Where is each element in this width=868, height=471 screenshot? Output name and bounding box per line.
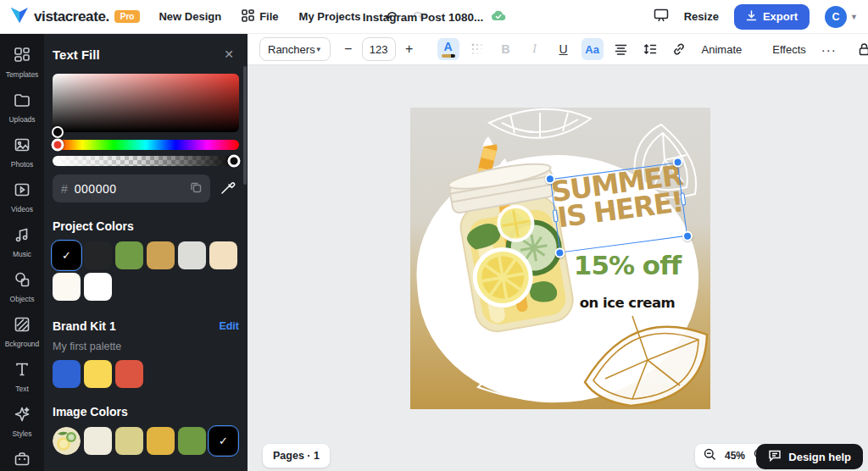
brand-kit-edit-link[interactable]: Edit [219,320,239,332]
sidebar-item-music[interactable]: Music [0,220,44,265]
sidebar-item-uploads[interactable]: Uploads [0,86,44,130]
bold-button[interactable]: B [495,38,517,60]
document-title-group[interactable]: Instagram Post 1080... [363,0,506,34]
resize-handle-top-left[interactable] [544,174,555,185]
text-align-button[interactable] [610,38,632,60]
font-size-decrease-button[interactable]: − [341,42,356,57]
opacity-slider[interactable] [53,156,239,166]
present-icon[interactable] [654,8,669,25]
vistacreate-logo[interactable]: vistacreate. Pro [10,7,140,27]
lock-button[interactable] [854,38,868,60]
hex-color-input[interactable]: # 000000 [53,175,210,202]
zoom-out-icon[interactable] [704,448,716,464]
sidebar-rail: Templates Uploads Photos Videos Music Ob… [0,34,44,471]
file-menu[interactable]: File [242,9,278,25]
color-swatch[interactable] [84,273,112,301]
canvas-area[interactable]: SUMMER IS HERE! 15% off on ice cream Pag… [248,65,868,471]
hue-slider[interactable] [53,140,239,150]
color-swatch[interactable] [115,427,143,455]
sidebar-item-styles[interactable]: Styles [0,400,44,445]
resize-button[interactable]: Resize [684,10,719,23]
underline-button[interactable]: U [553,38,575,60]
discount-text[interactable]: 15% off [572,250,682,280]
top-bar: vistacreate. Pro New Design File My Proj… [0,0,868,34]
background-hatch-icon [14,316,31,336]
file-grid-icon [242,9,254,25]
panel-scrollbar[interactable] [243,66,247,185]
color-swatch[interactable] [84,427,112,455]
lemon-sketch-bottom-right [580,301,710,409]
cloud-saved-icon [491,10,505,24]
text-color-button[interactable]: A [437,38,459,60]
color-swatch[interactable] [115,360,143,388]
zoom-level[interactable]: 45% [725,450,745,462]
sidebar-item-videos[interactable]: Videos [0,175,44,220]
color-swatch[interactable] [178,427,206,455]
chevron-down-icon: ▼ [315,46,322,53]
sidebar-item-brand-kits[interactable]: Brand Kits [0,445,44,471]
link-button[interactable] [668,38,690,60]
new-design-button[interactable]: New Design [159,10,221,23]
check-icon: ✓ [209,427,237,455]
image-colors-heading: Image Colors [53,405,239,418]
pages-button[interactable]: Pages · 1 [263,444,330,468]
text-fill-panel: Text Fill ✕ # 000000 Project Colors [44,34,248,471]
product-text[interactable]: on ice cream [572,295,682,311]
line-spacing-button[interactable] [639,38,661,60]
color-swatch[interactable] [209,241,237,269]
color-swatch[interactable] [147,241,175,269]
avatar: C [825,6,847,28]
color-swatch[interactable] [84,360,112,388]
saturation-handle[interactable] [52,126,64,138]
hue-handle[interactable] [52,139,64,152]
design-artboard[interactable]: SUMMER IS HERE! 15% off on ice cream [410,108,710,409]
vistacreate-logo-icon [10,7,29,27]
color-swatch[interactable]: ✓ [53,241,81,269]
shapes-icon [14,271,31,291]
download-icon [746,10,757,24]
document-title: Instagram Post 1080... [363,11,484,24]
effects-button[interactable]: Effects [767,43,811,56]
sidebar-item-photos[interactable]: Photos [0,130,44,175]
sidebar-item-templates[interactable]: Templates [0,41,44,86]
color-swatch[interactable] [53,360,81,388]
chevron-down-icon: ▼ [850,13,858,21]
image-color-thumbnail[interactable] [53,427,81,455]
color-swatch[interactable] [147,427,175,455]
text-icon [14,361,31,381]
brand-name: vistacreate. [34,8,109,25]
color-swatch[interactable] [178,241,206,269]
close-icon[interactable]: ✕ [219,46,239,63]
saturation-value-picker[interactable] [53,74,239,132]
color-swatch[interactable] [53,273,81,301]
sidebar-item-background[interactable]: Bckground [0,310,44,355]
export-button[interactable]: Export [734,4,810,30]
templates-icon [14,47,31,67]
panel-title: Text Fill [53,47,100,62]
my-projects-button[interactable]: My Projects [299,10,361,23]
font-size-increase-button[interactable]: + [402,42,417,57]
eyedropper-icon[interactable] [220,180,236,198]
texture-fill-button[interactable] [466,38,488,60]
project-colors-heading: Project Colors [53,219,239,233]
uppercase-button[interactable]: Aa [581,38,604,60]
animate-button[interactable]: Animate [697,43,748,56]
account-menu[interactable]: C ▼ [825,6,858,28]
color-swatch[interactable] [115,241,143,269]
design-help-button[interactable]: Design help [756,444,863,469]
italic-button[interactable]: I [524,38,546,60]
color-swatch[interactable]: ✓ [209,427,237,455]
resize-handle-left[interactable] [552,209,558,223]
font-size-input[interactable]: 123 [362,37,396,61]
font-family-select[interactable]: Ranchers ▼ [259,37,331,61]
sidebar-item-text[interactable]: Text [0,355,44,400]
more-options-button[interactable]: ··· [818,42,840,57]
opacity-handle[interactable] [228,155,241,168]
project-colors-grid: ✓ [53,241,241,301]
photo-icon [14,136,31,157]
briefcase-icon [14,451,31,471]
copy-icon[interactable] [190,181,202,197]
app-window: vistacreate. Pro New Design File My Proj… [0,0,868,471]
color-swatch[interactable] [84,241,112,269]
sidebar-item-objects[interactable]: Objects [0,265,44,310]
